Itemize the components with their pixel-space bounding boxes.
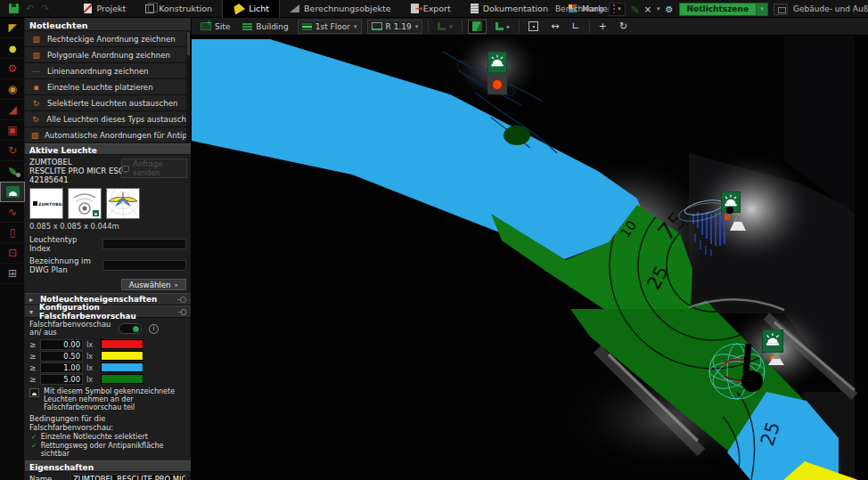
view-options-button[interactable] bbox=[774, 4, 788, 15]
type-index-input[interactable] bbox=[102, 239, 186, 249]
column-tool-icon[interactable]: ▯ bbox=[0, 223, 25, 243]
menu-item-replace-selected[interactable]: ↻Selektierte Leuchten austauschen bbox=[25, 95, 191, 111]
falsecolor-threshold-row: ≥ 0.00 lx bbox=[25, 338, 191, 350]
wrench-tool-icon[interactable]: ⚙ bbox=[0, 59, 25, 79]
chevron-down-icon[interactable]: ▾ bbox=[657, 5, 660, 12]
falsecolor-note: Mit diesem Symbol gekennzeichnete Leucht… bbox=[44, 387, 186, 411]
luminaire-brand: ZUMTOBEL bbox=[29, 158, 122, 167]
save-icon[interactable] bbox=[9, 4, 19, 13]
bulb-tool-icon[interactable]: ● bbox=[0, 38, 25, 59]
redo-icon[interactable]: ↷ bbox=[41, 4, 49, 13]
light-scene-button[interactable]: Notlichtszene bbox=[679, 3, 757, 16]
line-arrangement-icon: ⋯ bbox=[30, 67, 42, 76]
separator bbox=[519, 20, 520, 33]
color-swatch-red[interactable] bbox=[101, 339, 143, 349]
eco-tool-icon[interactable] bbox=[0, 161, 25, 182]
settings-gear-icon[interactable]: ⚙ bbox=[666, 4, 674, 14]
export-icon bbox=[411, 4, 419, 13]
pin-icon[interactable] bbox=[180, 297, 186, 303]
menu-item-replace-all-of-type[interactable]: ↻Alle Leuchten dieses Typs austauschen bbox=[25, 111, 191, 127]
site-button[interactable]: Site bbox=[197, 20, 233, 34]
menu-item-rectangular-arrangement[interactable]: ▥Rechteckige Anordnung zeichnen bbox=[25, 31, 191, 47]
room-icon bbox=[372, 22, 382, 30]
emergency-light-tool-icon[interactable] bbox=[0, 182, 25, 202]
room-selector[interactable]: R 1.19▾ bbox=[367, 20, 423, 34]
color-circles-tool-icon[interactable]: ◉ bbox=[0, 79, 25, 100]
viewport-3d[interactable]: 10 75 25 25 bbox=[192, 36, 868, 480]
tab-dokumentation[interactable]: Dokumentation bbox=[461, 0, 558, 18]
toggle-knob bbox=[133, 326, 139, 332]
threshold-value-input[interactable]: 5.00 bbox=[40, 374, 83, 385]
luminaire-symbol-1[interactable] bbox=[487, 52, 507, 94]
threshold-value-input[interactable]: 0.00 bbox=[40, 339, 83, 350]
building-button[interactable]: Building bbox=[239, 20, 292, 34]
color-swatch-blue[interactable] bbox=[101, 362, 143, 372]
tab-konstruktion[interactable]: Konstruktion bbox=[135, 0, 222, 18]
measure-angle-button[interactable]: ∟ bbox=[568, 20, 583, 34]
zoom-fit-button[interactable] bbox=[525, 20, 542, 34]
frame-select-tool-icon[interactable]: ⊡ bbox=[0, 243, 25, 264]
documentation-icon bbox=[471, 4, 479, 13]
pin-icon[interactable] bbox=[181, 309, 186, 315]
zoom-fit-icon bbox=[528, 21, 538, 31]
refresh-view-button[interactable]: ↻ bbox=[616, 20, 631, 34]
solid-view-button[interactable] bbox=[468, 20, 487, 34]
check-icon: ✓ bbox=[31, 433, 37, 441]
menu-item-auto-antipanic[interactable]: ▨Automatische Anordnungen für Antipanikf… bbox=[25, 127, 191, 143]
section-falsecolor-config[interactable]: ▾ Konfiguration Falschfarbenvorschau bbox=[25, 305, 191, 318]
name-input[interactable]: ZUMTOBEL RESCLITE PRO MICR ESC E1D WH [S bbox=[70, 474, 186, 480]
tab-berechnungsobjekte[interactable]: Berechnungsobjekte bbox=[280, 0, 401, 18]
info-icon[interactable]: i bbox=[149, 324, 159, 334]
chevron-down-icon[interactable]: ▾ bbox=[757, 3, 768, 16]
send-request-button[interactable]: Anfrage senden bbox=[121, 159, 187, 178]
replace-selected-icon: ↻ bbox=[30, 99, 42, 108]
light-scene-selector[interactable]: Notlichtszene ▾ bbox=[679, 3, 768, 16]
color-swatch-yellow[interactable] bbox=[101, 351, 143, 361]
frames-tool-icon[interactable]: ▣ bbox=[0, 120, 25, 141]
select-luminaire-button[interactable]: Auswählen▸ bbox=[121, 279, 186, 290]
threshold-value-input[interactable]: 1.00 bbox=[40, 362, 83, 373]
measure-horizontal-button[interactable]: ↔ bbox=[547, 20, 562, 34]
conditions-title: Bedingungen für die Falschfarbenvorschau… bbox=[25, 412, 191, 432]
undo-icon[interactable]: ↶ bbox=[26, 4, 34, 13]
color-swatch-green[interactable] bbox=[101, 374, 143, 384]
threshold-value-input[interactable]: 0.50 bbox=[40, 351, 83, 362]
cut-tool-icon[interactable]: ◢ bbox=[0, 100, 25, 120]
measure-horizontal-icon: ↔ bbox=[551, 20, 559, 32]
calculation-mode-button[interactable]: ▾ bbox=[609, 3, 626, 16]
menu-scrollbar[interactable] bbox=[186, 31, 191, 143]
scrollbar-thumb[interactable] bbox=[187, 32, 190, 55]
luminaire-model: RESCLITE PRO MICR ESC E1D WH [STD] bbox=[29, 167, 122, 175]
submenu-arrow-icon: ▸ bbox=[175, 281, 178, 289]
tab-licht[interactable]: Licht bbox=[222, 0, 280, 18]
luminaire-dimensions: 0.085 x 0.085 x 0.044m bbox=[25, 221, 191, 233]
chevron-right-icon: ▸ bbox=[29, 296, 36, 304]
floor-selector[interactable]: 1st Floor▾ bbox=[298, 20, 362, 34]
construction-icon bbox=[145, 4, 154, 13]
tab-label: Dokumentation bbox=[483, 4, 548, 13]
viewport-3d-scene[interactable]: 10 75 25 25 bbox=[192, 36, 868, 480]
brand-logo-thumbnail[interactable]: ZUMTOBEL bbox=[29, 188, 63, 219]
view-mode-button-disabled[interactable]: ▾ bbox=[434, 20, 456, 34]
luminaire-photo-thumbnail[interactable] bbox=[68, 188, 102, 219]
curve-tool-icon[interactable]: ∿ bbox=[0, 202, 25, 223]
spotlight-tool-icon[interactable]: ◤ bbox=[0, 18, 25, 38]
tab-label: Konstruktion bbox=[159, 4, 212, 13]
plan-view-button[interactable]: ▸ bbox=[492, 20, 514, 34]
tab-export[interactable]: Export bbox=[401, 0, 461, 18]
menu-item-place-single[interactable]: ▪Einzelne Leuchte platzieren bbox=[25, 79, 191, 95]
calculation-label: Berechnung bbox=[555, 4, 603, 13]
hierarchy-tool-icon[interactable]: ⊞ bbox=[0, 264, 25, 284]
calculation-objects-icon bbox=[290, 4, 299, 12]
photometric-diagram-thumbnail[interactable] bbox=[106, 188, 140, 219]
menu-item-polygonal-arrangement[interactable]: ▥Polygonale Anordnung zeichnen bbox=[25, 47, 191, 63]
cancel-calculation-icon[interactable]: × bbox=[644, 4, 651, 14]
tab-projekt[interactable]: Projekt bbox=[74, 0, 135, 18]
plus-icon: + bbox=[599, 20, 607, 32]
adjust-tool-icon[interactable]: ↻ bbox=[0, 141, 25, 161]
add-button[interactable]: + bbox=[595, 20, 610, 34]
logo-mark bbox=[33, 201, 37, 206]
menu-item-line-arrangement[interactable]: ⋯Linienanordnung zeichnen bbox=[25, 63, 191, 79]
falsecolor-toggle[interactable] bbox=[119, 323, 142, 334]
dwg-name-input[interactable] bbox=[102, 260, 186, 271]
